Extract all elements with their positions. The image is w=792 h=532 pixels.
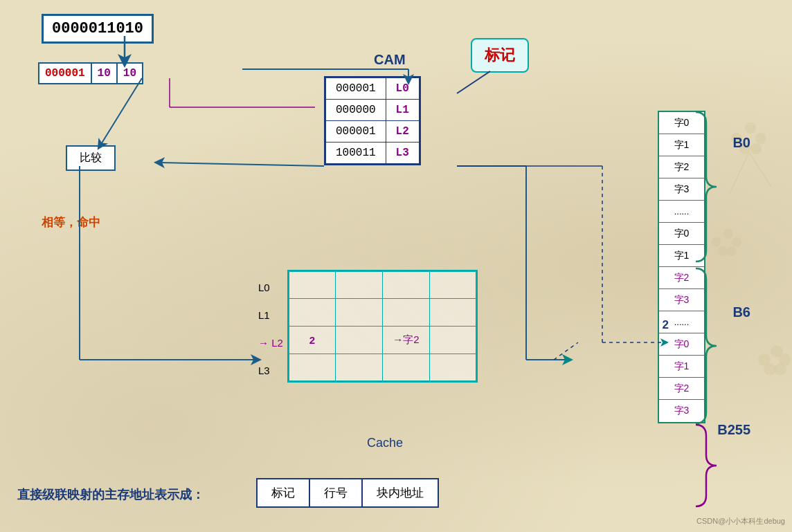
svg-line-16: [749, 152, 771, 187]
cache-cell-3-1: [336, 354, 383, 382]
mem-b0-zi0: 字0: [659, 112, 704, 134]
cache-cell-2-0: 2: [289, 327, 336, 354]
svg-point-14: [764, 363, 776, 376]
compare-box: 比较: [66, 145, 116, 171]
cache-line-L1: L1: [258, 301, 284, 329]
svg-point-12: [779, 354, 791, 366]
svg-line-21: [159, 163, 324, 166]
cache-cell-3-2: [383, 354, 430, 382]
watermark: CSDN@小小本科生debug: [696, 516, 785, 526]
cam-row-0-line: L0: [386, 77, 420, 100]
cache-line-L0: L0: [258, 273, 284, 301]
svg-point-8: [727, 246, 737, 256]
svg-point-3: [750, 143, 762, 154]
mem-b255-zi1: 字1: [659, 356, 704, 378]
svg-point-10: [758, 354, 771, 366]
split-word: 10: [118, 64, 142, 83]
addr-format-box: 标记 行号 块内地址: [256, 478, 439, 508]
split-tag: 000001: [39, 64, 92, 83]
cache-cell-2-3: [430, 327, 477, 354]
addr-format-text: 直接级联映射的主存地址表示成：: [17, 486, 204, 503]
addr-cell-row: 行号: [310, 479, 363, 506]
cache-cell-1-1: [336, 299, 383, 327]
cam-row-2-line: L2: [386, 121, 420, 143]
svg-point-5: [711, 237, 721, 247]
mem-b255-zi3: 字3: [659, 400, 704, 422]
memory-column: 字0 字1 字2 字3 ...... 字0 字1 字2 字3 ...... 字0…: [658, 111, 705, 423]
cam-row-1-tag: 000000: [325, 100, 386, 121]
svg-point-1: [745, 122, 756, 134]
mem-b6-zi3: 字3: [659, 289, 704, 311]
svg-point-7: [732, 237, 741, 247]
svg-line-18: [100, 78, 142, 145]
mem-b0-zi3: 字3: [659, 178, 704, 201]
biaoji-bubble: 标记: [471, 38, 529, 73]
addr-cell-word: 块内地址: [363, 479, 438, 506]
cache-cell-0-3: [430, 271, 477, 299]
cache-label: Cache: [367, 436, 403, 450]
cache-table: 2 →字2: [287, 270, 478, 383]
addr-cell-tag: 标记: [258, 479, 310, 506]
svg-point-6: [723, 229, 733, 239]
cam-row-0-tag: 000001: [325, 77, 386, 100]
svg-point-2: [755, 133, 766, 144]
mem-b255-zi0: 字0: [659, 333, 704, 356]
mem-b0-zi2: 字2: [659, 156, 704, 178]
cache-cell-3-3: [430, 354, 477, 382]
cam-row-2-tag: 000001: [325, 121, 386, 143]
cache-line-labels: L0 L1 → L2 L3: [258, 273, 284, 384]
cam-row-3-tag: 100011: [325, 143, 386, 165]
svg-point-9: [718, 246, 728, 256]
address-display: 0000011010: [42, 14, 154, 44]
mem-b0-zi1: 字1: [659, 134, 704, 156]
cache-line-L3: L3: [258, 356, 284, 384]
memory-index-2: 2: [663, 318, 669, 332]
b6-label: B6: [732, 304, 750, 320]
svg-line-15: [730, 152, 749, 194]
svg-line-24: [457, 71, 490, 93]
mem-b6-zi2: 字2: [659, 267, 704, 289]
cache-cell-1-2: [383, 299, 430, 327]
cache-cell-1-3: [430, 299, 477, 327]
cam-row-1-line: L1: [386, 100, 420, 121]
b255-label: B255: [717, 422, 750, 438]
cache-cell-1-0: [289, 299, 336, 327]
mem-b255-zi2: 字2: [659, 378, 704, 400]
equal-result: 相等，命中: [42, 214, 100, 230]
cache-cell-0-1: [336, 271, 383, 299]
cache-cell-2-1: [336, 327, 383, 354]
mem-b6-zi1: 字1: [659, 245, 704, 267]
cache-cell-3-0: [289, 354, 336, 382]
cache-cell-0-2: [383, 271, 430, 299]
svg-line-33: [554, 342, 578, 360]
cam-table: 000001 L0 000000 L1 000001 L2 100011 L3: [324, 76, 421, 165]
split-address: 000001 10 10: [38, 62, 143, 84]
svg-point-13: [774, 363, 786, 376]
cache-cell-2-2: →字2: [383, 327, 430, 354]
compare-label: 比较: [80, 152, 102, 163]
cache-cell-0-0: [289, 271, 336, 299]
address-text: 0000011010: [52, 20, 143, 37]
split-row: 10: [92, 64, 118, 83]
mem-b6-zi0: 字0: [659, 223, 704, 245]
cam-label: CAM: [374, 52, 406, 68]
cache-line-L2: → L2: [258, 329, 284, 356]
svg-point-11: [771, 345, 783, 358]
b0-label: B0: [732, 135, 750, 151]
mem-dots-1: ......: [659, 201, 704, 223]
cam-row-3-line: L3: [386, 143, 420, 165]
